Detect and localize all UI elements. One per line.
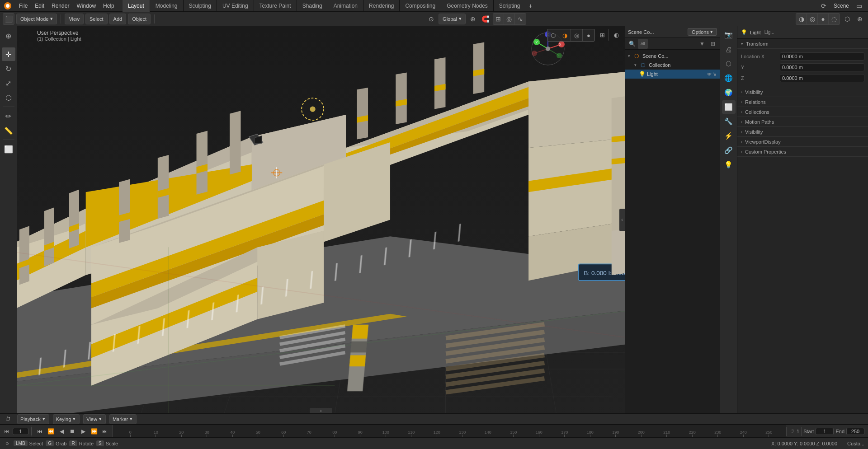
visibility2-section[interactable]: › Visibility [737, 127, 868, 137]
view-shading-wire[interactable]: ⬡ [547, 29, 559, 41]
outliner-all-icon[interactable]: All [638, 39, 648, 49]
cursor-tool-btn[interactable]: ⊕ [2, 29, 15, 42]
render-props-btn[interactable]: 📷 [722, 28, 736, 42]
engine-icon[interactable]: ⊙ [4, 440, 11, 447]
object-props-btn[interactable]: ⬜ [722, 100, 736, 114]
tab-texture-paint[interactable]: Texture Paint [254, 0, 297, 12]
view-dropdown[interactable]: View ▾ [83, 414, 106, 424]
play-reverse-btn[interactable]: ◀ [57, 426, 66, 436]
transform-tool-btn[interactable]: ⬡ [2, 91, 15, 104]
transform-space-dropdown[interactable]: Global ▾ [439, 14, 466, 24]
modifier-props-btn[interactable]: 🔧 [722, 115, 736, 128]
location-z-value[interactable]: 0.0000 m [780, 74, 864, 82]
custom-props-section[interactable]: › Custom Properties [737, 147, 868, 157]
menu-help[interactable]: Help [99, 0, 118, 12]
frame-input[interactable]: 1 [13, 428, 28, 435]
proportional-edit-icon[interactable]: ⊙ [426, 14, 437, 24]
jump-forward-btn[interactable]: ⏩ [89, 426, 99, 436]
viewport-display-section[interactable]: › ViewportDisplay [737, 137, 868, 147]
viewport[interactable]: B: 0.000 I: 0.000 [17, 26, 625, 413]
overlays-btn[interactable]: ⬡ [842, 14, 853, 24]
keying-dropdown[interactable]: Keying ▾ [53, 414, 80, 424]
tab-rendering[interactable]: Rendering [363, 0, 400, 12]
blender-logo[interactable] [2, 0, 14, 12]
outliner-row-scene-col[interactable]: ▾ ⬡ Scene Co... 👁 🖱 [625, 51, 720, 61]
menu-file[interactable]: File [15, 0, 31, 12]
location-x-value[interactable]: 0.0000 m [780, 52, 864, 61]
jump-to-start-btn[interactable]: ⏮ [35, 426, 45, 436]
scene-props-btn[interactable]: 🌐 [722, 71, 736, 85]
visibility-section[interactable]: › Visibility [737, 87, 868, 97]
play-btn[interactable]: ▶ [78, 426, 88, 436]
constraints-props-btn[interactable]: 🔗 [722, 144, 736, 157]
view-shading-render[interactable]: ● [583, 29, 594, 41]
move-tool-btn[interactable]: ✛ [2, 47, 15, 61]
tab-scripting[interactable]: Scripting [494, 0, 526, 12]
viewport-shading-rendered[interactable]: ● [818, 14, 829, 24]
viewport-collapse-bottom[interactable]: › [310, 408, 332, 413]
rotate-tool-btn[interactable]: ↻ [2, 62, 15, 75]
editor-type-icon[interactable]: ⬛ [3, 14, 14, 24]
add-cube-btn[interactable]: ⬜ [2, 142, 15, 156]
view-shading-solid[interactable]: ◑ [559, 29, 571, 41]
world-props-btn[interactable]: 🌍 [722, 86, 736, 99]
tab-modeling[interactable]: Modeling [150, 0, 184, 12]
location-y-value[interactable]: 0.0000 m [780, 63, 864, 71]
tab-layout[interactable]: Layout [123, 0, 150, 12]
view-layer-props-btn[interactable]: ⬡ [722, 57, 736, 70]
outliner-filter-icon[interactable]: 🔍 [627, 39, 637, 49]
viewport-overlays-btn[interactable]: ⊞ [597, 29, 609, 41]
tab-geometry-nodes[interactable]: Geometry Nodes [441, 0, 494, 12]
object-mode-dropdown[interactable]: Object Mode ▾ [16, 14, 57, 24]
gizmo-btn[interactable]: ⊕ [854, 14, 865, 24]
snap-opt2[interactable]: ◎ [504, 14, 515, 24]
window-icon[interactable]: ▭ [854, 0, 864, 11]
stop-btn[interactable]: ⏹ [67, 426, 77, 436]
tab-sculpting[interactable]: Sculpting [184, 0, 217, 12]
tab-animation[interactable]: Animation [328, 0, 363, 12]
start-frame-input[interactable] [816, 428, 834, 435]
view-shading-lp[interactable]: ◎ [571, 29, 583, 41]
outliner-row-collection[interactable]: ▾ ⬡ Collection 👁 🖱 [625, 61, 720, 70]
measure-tool-btn[interactable]: 📏 [2, 124, 15, 137]
annotate-tool-btn[interactable]: ✏ [2, 109, 15, 123]
relations-section[interactable]: › Relations [737, 97, 868, 107]
tab-shading[interactable]: Shading [297, 0, 328, 12]
viewport-shading-material[interactable]: ◎ [807, 14, 818, 24]
add-menu-btn[interactable]: Add [109, 14, 127, 24]
select-menu-btn[interactable]: Select [85, 14, 108, 24]
menu-edit[interactable]: Edit [31, 0, 48, 12]
menu-window[interactable]: Window [73, 0, 99, 12]
data-props-btn[interactable]: 💡 [722, 158, 736, 172]
menu-render[interactable]: Render [48, 0, 73, 12]
particles-props-btn[interactable]: ⚡ [722, 129, 736, 143]
jump-to-end-btn[interactable]: ⏭ [100, 426, 110, 436]
pivot-icon[interactable]: ⊕ [467, 14, 478, 24]
sync-icon[interactable]: ⟳ [818, 0, 829, 11]
snap-opt1[interactable]: ⊞ [493, 14, 504, 24]
viewport-collapse-right[interactable]: ‹ [619, 209, 625, 231]
marker-dropdown[interactable]: Marker ▾ [109, 414, 137, 424]
viewport-shading-cycles[interactable]: ◌ [829, 14, 840, 24]
timeline-ruler[interactable]: 0 10 20 30 40 50 60 70 80 90 100 110 120… [113, 425, 786, 437]
filter-icon[interactable]: ▼ [697, 39, 707, 49]
object-menu-btn[interactable]: Object [128, 14, 151, 24]
end-frame-input[interactable] [846, 428, 864, 435]
snap-icon[interactable]: 🧲 [480, 14, 491, 24]
add-workspace-button[interactable]: + [526, 1, 535, 10]
motion-paths-section[interactable]: › Motion Paths [737, 117, 868, 127]
viewport-xray-btn[interactable]: ◐ [610, 29, 622, 41]
scale-tool-btn[interactable]: ⤢ [2, 76, 15, 90]
frame-step-back[interactable]: ⏮ [3, 427, 11, 435]
jump-back-btn[interactable]: ⏪ [46, 426, 56, 436]
tab-uv-editing[interactable]: UV Editing [217, 0, 254, 12]
snap-opt3[interactable]: ∿ [515, 14, 526, 24]
transform-section-header[interactable]: ▾ Transform [737, 39, 868, 49]
outliner-options-btn[interactable]: Options ▾ [688, 28, 717, 36]
output-props-btn[interactable]: 🖨 [722, 42, 736, 56]
tab-compositing[interactable]: Compositing [400, 0, 441, 12]
collections-section[interactable]: › Collections [737, 107, 868, 117]
sort-icon[interactable]: ⊞ [708, 39, 718, 49]
viewport-shading-solid[interactable]: ◑ [796, 14, 807, 24]
view-menu-btn[interactable]: View [65, 14, 84, 24]
